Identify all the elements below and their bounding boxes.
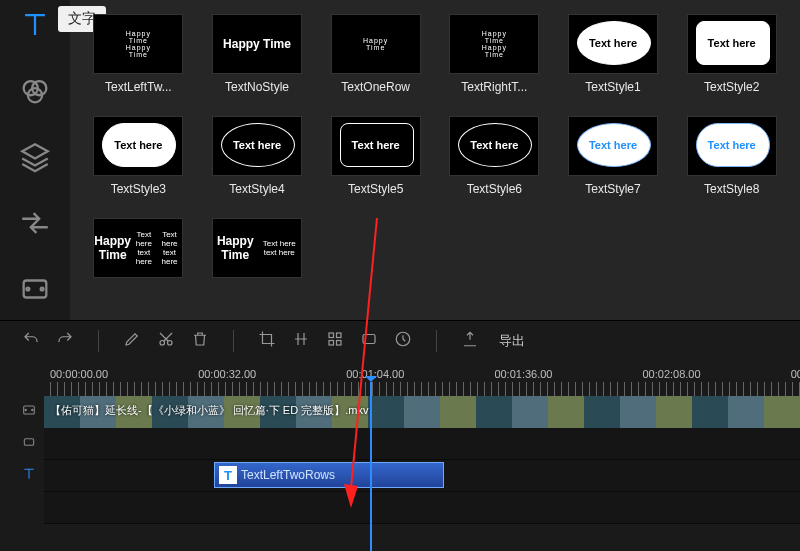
text-style-thumb[interactable]: Happy TimeText here text hereText here t… (93, 218, 183, 278)
svg-point-5 (41, 288, 44, 291)
text-style-thumb[interactable]: Text here (449, 116, 539, 176)
gallery-item[interactable]: Text hereTextStyle4 (207, 116, 308, 196)
edit-button[interactable] (123, 330, 141, 352)
redo-button[interactable] (56, 330, 74, 352)
text-style-thumb[interactable]: Text here (687, 116, 777, 176)
text-style-thumb[interactable]: Text here (93, 116, 183, 176)
time-label: 00:00:32.00 (198, 368, 256, 380)
gallery-item-label: TextRightT... (449, 80, 539, 94)
gallery-item-label: TextStyle1 (568, 80, 658, 94)
video-clip-filename: 【佑可猫】延长线-【《小绿和小蓝》 回忆篇·下 ED 完整版】.mkv (50, 403, 368, 418)
time-label: 00:01:36.00 (494, 368, 552, 380)
gallery-item-label: TextStyle3 (93, 182, 183, 196)
editor-toolbar: 导出 (0, 320, 800, 360)
empty-track-icon (14, 434, 44, 454)
svg-rect-9 (337, 333, 342, 338)
toolbar-separator (233, 330, 234, 352)
svg-point-15 (25, 409, 26, 410)
time-label: 00:02:08.00 (643, 368, 701, 380)
split-button[interactable] (292, 330, 310, 352)
gallery-item[interactable]: Text hereTextStyle8 (681, 116, 782, 196)
svg-rect-11 (337, 340, 342, 345)
export-label: 导出 (499, 332, 525, 350)
playhead[interactable] (370, 382, 372, 551)
svg-point-16 (32, 409, 33, 410)
time-label: 00:02:40.00 (791, 368, 800, 380)
text-style-thumb[interactable]: HappyTimeHappyTime (449, 14, 539, 74)
text-style-thumb[interactable]: Text here (331, 116, 421, 176)
gallery-item-label: TextStyle8 (687, 182, 777, 196)
text-clip[interactable]: T TextLeftTwoRows (214, 462, 444, 488)
text-clip-type-icon: T (219, 466, 237, 484)
delete-button[interactable] (191, 330, 209, 352)
ratio-button[interactable] (360, 330, 378, 352)
text-style-gallery: HappyTimeHappyTimeTextLeftTw...Happy Tim… (70, 0, 800, 320)
gallery-item[interactable]: HappyTimeTextOneRow (325, 14, 426, 94)
sidebar-tab-transition[interactable] (18, 206, 52, 240)
sidebar-tab-element[interactable] (18, 272, 52, 306)
gallery-item[interactable]: Text hereTextStyle7 (563, 116, 664, 196)
svg-rect-12 (363, 334, 375, 343)
crop-button[interactable] (258, 330, 276, 352)
export-button[interactable] (461, 330, 479, 352)
gallery-item-label: TextStyle7 (568, 182, 658, 196)
gallery-item[interactable]: Text hereTextStyle5 (325, 116, 426, 196)
svg-rect-10 (329, 340, 334, 345)
gallery-item-label: TextLeftTw... (93, 80, 183, 94)
text-style-thumb[interactable]: HappyTime (331, 14, 421, 74)
text-style-thumb[interactable]: Text here (212, 116, 302, 176)
svg-rect-17 (24, 439, 33, 446)
text-track-icon (14, 466, 44, 486)
text-style-thumb[interactable]: Text here (568, 14, 658, 74)
gallery-item-label: TextNoStyle (212, 80, 302, 94)
text-clip-label: TextLeftTwoRows (241, 468, 335, 482)
gallery-item-label: TextOneRow (331, 80, 421, 94)
gallery-item[interactable]: Happy TimeTextNoStyle (207, 14, 308, 94)
undo-button[interactable] (22, 330, 40, 352)
grid-button[interactable] (326, 330, 344, 352)
timeline-panel: 00:00:00.0000:00:32.0000:01:04.0000:01:3… (0, 360, 800, 524)
blank-track (14, 492, 800, 524)
gallery-item-label: TextStyle4 (212, 182, 302, 196)
gallery-item[interactable]: Text hereTextStyle2 (681, 14, 782, 94)
left-sidebar (0, 0, 70, 320)
gallery-item-label: TextStyle6 (449, 182, 539, 196)
text-style-thumb[interactable]: Happy TimeText here text here (212, 218, 302, 278)
time-ruler[interactable] (50, 382, 800, 396)
svg-point-4 (27, 288, 30, 291)
text-track: T TextLeftTwoRows (14, 460, 800, 492)
toolbar-separator (436, 330, 437, 352)
video-track: 【佑可猫】延长线-【《小绿和小蓝》 回忆篇·下 ED 完整版】.mkv (14, 396, 800, 428)
gallery-item-label: TextStyle5 (331, 182, 421, 196)
text-style-thumb[interactable]: HappyTimeHappyTime (93, 14, 183, 74)
sidebar-tab-filter[interactable] (18, 74, 52, 108)
gallery-item[interactable]: Happy TimeText here text here (207, 218, 308, 284)
cut-button[interactable] (157, 330, 175, 352)
gallery-item-label: TextStyle2 (687, 80, 777, 94)
gallery-item[interactable]: HappyTimeHappyTimeTextRightT... (444, 14, 545, 94)
toolbar-separator (98, 330, 99, 352)
empty-track (14, 428, 800, 460)
sidebar-tab-text[interactable] (18, 8, 52, 42)
top-panel: 文字 HappyTimeHappyTimeTextLeftTw...Happy … (0, 0, 800, 320)
sidebar-tab-overlay[interactable] (18, 140, 52, 174)
text-style-thumb[interactable]: Text here (687, 14, 777, 74)
gallery-item[interactable]: Happy TimeText here text hereText here t… (88, 218, 189, 284)
gallery-item[interactable]: HappyTimeHappyTimeTextLeftTw... (88, 14, 189, 94)
gallery-item[interactable]: Text hereTextStyle6 (444, 116, 545, 196)
time-ruler-labels: 00:00:00.0000:00:32.0000:01:04.0000:01:3… (0, 360, 800, 382)
gallery-item[interactable]: Text hereTextStyle1 (563, 14, 664, 94)
text-style-thumb[interactable]: Text here (568, 116, 658, 176)
video-clip[interactable]: 【佑可猫】延长线-【《小绿和小蓝》 回忆篇·下 ED 完整版】.mkv (44, 396, 800, 428)
time-label: 00:00:00.00 (50, 368, 108, 380)
text-style-thumb[interactable]: Happy Time (212, 14, 302, 74)
video-track-icon (14, 402, 44, 422)
svg-rect-8 (329, 333, 334, 338)
gallery-item[interactable]: Text hereTextStyle3 (88, 116, 189, 196)
speed-button[interactable] (394, 330, 412, 352)
